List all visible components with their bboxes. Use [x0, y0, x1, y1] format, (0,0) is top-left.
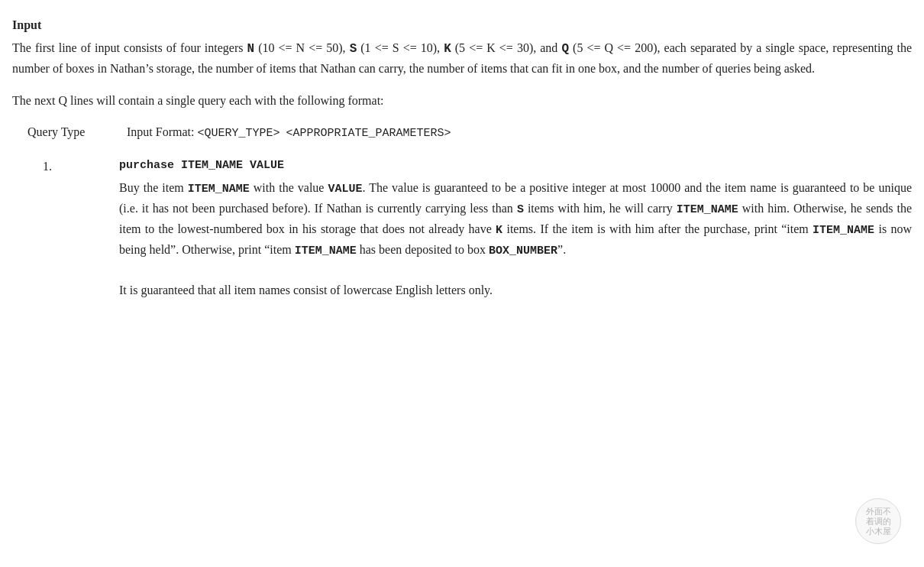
paragraph-1: The first line of input consists of four…	[12, 38, 912, 79]
query-item-1: 1. purchase ITEM_NAME VALUE Buy the item…	[12, 157, 912, 300]
paragraph-2: The next Q lines will contain a single q…	[12, 91, 912, 111]
query-item-num: 1.	[43, 157, 119, 177]
query-desc-text: Buy the item ITEM_NAME with the value VA…	[119, 181, 912, 256]
query-header-row: Query Type Input Format: <QUERY_TYPE> <A…	[12, 122, 912, 143]
query-guarantee: It is guaranteed that all item names con…	[119, 284, 493, 296]
query-item-desc: purchase ITEM_NAME VALUE Buy the item IT…	[119, 157, 912, 300]
query-table: Query Type Input Format: <QUERY_TYPE> <A…	[12, 122, 912, 300]
query-type-label: Query Type	[27, 122, 127, 142]
query-cmd: purchase ITEM_NAME VALUE	[119, 157, 912, 175]
input-label: Input	[12, 15, 912, 35]
input-section: Input The first line of input consists o…	[12, 15, 912, 300]
query-format-label: Input Format: <QUERY_TYPE> <APPROPRIATE_…	[127, 122, 451, 143]
